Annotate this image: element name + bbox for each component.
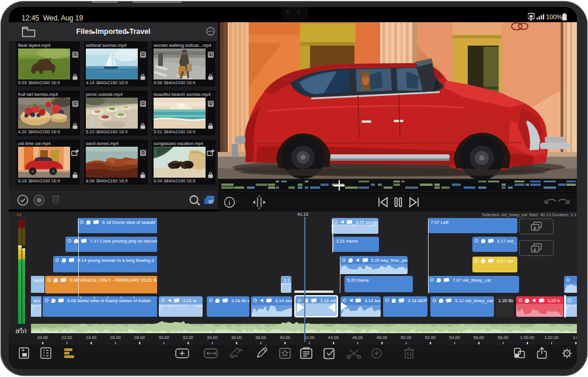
svg-text:?: ? (566, 351, 568, 355)
svg-text:100%: 100% (546, 13, 562, 20)
